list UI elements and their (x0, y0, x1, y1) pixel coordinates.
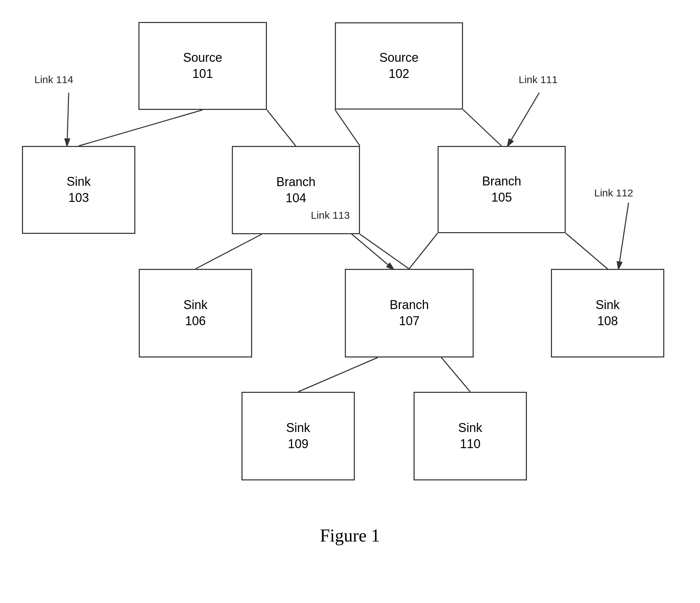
figure-caption: Figure 1 (0, 525, 700, 546)
sink-103-node: Sink 103 (22, 146, 135, 234)
sink-109-number: 109 (288, 436, 308, 452)
sink-106-label: Sink (183, 297, 207, 313)
sink-106-node: Sink 106 (139, 269, 252, 357)
sink-108-node: Sink 108 (551, 269, 664, 357)
branch-105-number: 105 (491, 190, 512, 206)
source-101-node: Source 101 (138, 22, 267, 110)
svg-line-4 (195, 234, 262, 269)
svg-line-8 (298, 357, 378, 392)
sink-106-number: 106 (185, 313, 206, 329)
sink-103-label: Sink (67, 174, 91, 190)
sink-109-node: Sink 109 (241, 392, 355, 480)
svg-line-11 (507, 93, 539, 148)
link-112-label: Link 112 (594, 187, 633, 199)
source-101-label: Source (183, 50, 222, 66)
svg-line-10 (67, 93, 69, 148)
branch-107-label: Branch (389, 297, 429, 313)
branch-104-label: Branch (276, 174, 315, 190)
sink-109-label: Sink (286, 420, 310, 436)
svg-line-0 (79, 110, 203, 146)
branch-105-node: Branch 105 (438, 146, 566, 233)
svg-line-12 (347, 230, 395, 271)
link-111-label: Link 111 (519, 74, 557, 86)
link-114-label: Link 114 (34, 74, 73, 86)
sink-108-label: Sink (596, 297, 620, 313)
svg-line-13 (618, 203, 629, 271)
diagram: Source 101 Source 102 Sink 103 Branch 10… (0, 0, 700, 603)
sink-110-label: Sink (458, 420, 482, 436)
branch-104-number: 104 (285, 190, 306, 206)
sink-110-node: Sink 110 (414, 392, 527, 480)
sink-103-number: 103 (68, 190, 89, 206)
svg-line-5 (360, 234, 409, 269)
source-102-node: Source 102 (335, 22, 463, 110)
svg-line-6 (409, 233, 438, 269)
source-102-label: Source (379, 50, 418, 66)
svg-line-1 (267, 110, 296, 146)
link-113-label: Link 113 (311, 209, 350, 221)
source-102-number: 102 (388, 66, 409, 82)
sink-110-number: 110 (460, 436, 481, 452)
branch-107-number: 107 (399, 313, 419, 329)
svg-line-9 (441, 357, 470, 392)
sink-108-number: 108 (597, 313, 618, 329)
source-101-number: 101 (192, 66, 213, 82)
svg-line-7 (566, 233, 608, 269)
branch-105-label: Branch (482, 173, 521, 190)
branch-107-node: Branch 107 (345, 269, 474, 357)
svg-line-2 (335, 110, 360, 146)
svg-line-3 (463, 110, 501, 146)
